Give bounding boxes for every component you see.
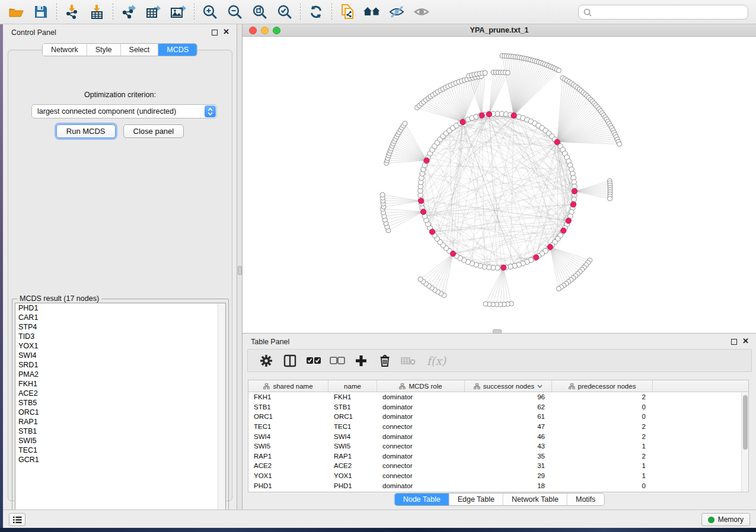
network-node[interactable] — [380, 193, 385, 197]
mcds-result-item[interactable]: PMA2 — [15, 370, 225, 379]
network-edge[interactable] — [550, 247, 571, 280]
horizontal-splitter-handle[interactable] — [493, 329, 502, 334]
column-header-predecessor-nodes[interactable]: predecessor nodes — [552, 380, 653, 392]
network-edge[interactable] — [477, 74, 481, 116]
table-row[interactable]: ACE2ACE2connector311 — [248, 461, 748, 471]
column-header-MCDS-role[interactable]: MCDS role — [377, 380, 465, 392]
export-table-button[interactable] — [141, 2, 166, 22]
table-row[interactable]: SWI5SWI5connector431 — [248, 441, 748, 451]
network-edge[interactable] — [557, 86, 576, 142]
network-edge[interactable] — [503, 268, 504, 305]
network-edge[interactable] — [513, 69, 557, 116]
mcds-result-item[interactable]: STB5 — [15, 398, 225, 408]
zoom-selected-button[interactable] — [272, 2, 297, 22]
tab-edge-table[interactable]: Edge Table — [449, 493, 503, 505]
deselect-all-button[interactable] — [330, 353, 345, 368]
network-node[interactable] — [483, 70, 487, 75]
mcds-node[interactable] — [570, 202, 576, 207]
panel-list-button[interactable] — [9, 513, 25, 526]
close-panel-icon[interactable]: ✕ — [742, 336, 749, 345]
network-window-titlebar[interactable]: YPA_prune.txt_1 — [243, 24, 756, 37]
search-input[interactable] — [592, 8, 748, 17]
float-panel-icon[interactable] — [212, 30, 218, 36]
network-edge[interactable] — [497, 268, 504, 305]
table-settings-button[interactable] — [259, 353, 274, 368]
tab-style[interactable]: Style — [87, 44, 121, 56]
mcds-node[interactable] — [534, 255, 539, 260]
mcds-result-list[interactable]: PHD1CAR1STP4TID3YOX1SWI4SRD1PMA2FKH1ACE2… — [15, 303, 226, 516]
float-panel-icon[interactable] — [731, 339, 737, 345]
import-network-button[interactable] — [60, 2, 85, 22]
network-edge[interactable] — [468, 126, 538, 262]
column-header-name[interactable]: name — [328, 380, 377, 392]
network-edge[interactable] — [489, 72, 505, 114]
network-edge[interactable] — [489, 268, 503, 305]
network-edge[interactable] — [425, 191, 575, 216]
export-image-button[interactable] — [166, 2, 191, 22]
network-edge[interactable] — [503, 268, 508, 305]
mcds-node[interactable] — [460, 119, 465, 124]
run-mcds-button[interactable]: Run MCDS — [56, 124, 116, 138]
network-edge[interactable] — [489, 73, 508, 114]
network-edge[interactable] — [550, 247, 578, 274]
network-edge[interactable] — [384, 201, 421, 207]
network-edge[interactable] — [382, 198, 421, 201]
mcds-node[interactable] — [450, 251, 455, 257]
mcds-result-item[interactable]: RAP1 — [15, 417, 225, 427]
table-scrollbar-thumb[interactable] — [743, 395, 748, 450]
select-all-button[interactable] — [306, 353, 321, 368]
network-edge[interactable] — [513, 61, 534, 116]
network-edge[interactable] — [506, 56, 513, 116]
network-edge[interactable] — [502, 56, 514, 116]
delete-column-button[interactable] — [377, 353, 393, 368]
mcds-node[interactable] — [419, 198, 424, 204]
first-neighbors-button[interactable] — [360, 2, 385, 22]
mcds-result-item[interactable]: TID3 — [15, 332, 225, 341]
delete-table-button[interactable] — [401, 353, 416, 368]
mcds-node[interactable] — [424, 158, 429, 163]
mcds-result-item[interactable]: STB1 — [15, 427, 225, 436]
table-row[interactable]: FKH1FKH1dominator962 — [248, 392, 748, 402]
close-panel-icon[interactable]: ✕ — [223, 27, 229, 36]
mcds-list-scrollbar[interactable] — [218, 303, 225, 515]
import-table-button[interactable] — [85, 2, 110, 22]
network-edge[interactable] — [503, 268, 511, 304]
network-graph[interactable] — [243, 37, 756, 333]
function-builder-button[interactable]: f(x) — [425, 353, 448, 368]
mcds-result-item[interactable]: CAR1 — [15, 313, 225, 322]
network-edge[interactable] — [387, 211, 423, 227]
network-edge[interactable] — [382, 195, 421, 201]
network-edge[interactable] — [382, 209, 423, 212]
table-row[interactable]: ORC1ORC1dominator610 — [248, 412, 748, 422]
mcds-result-item[interactable]: SWI4 — [15, 351, 225, 360]
search-field[interactable] — [578, 5, 748, 20]
tab-mcds[interactable]: MCDS — [158, 44, 197, 56]
zoom-out-button[interactable] — [222, 2, 247, 22]
mcds-result-item[interactable]: ACE2 — [15, 389, 225, 398]
mcds-result-item[interactable]: YOX1 — [15, 341, 225, 351]
network-edge[interactable] — [550, 247, 562, 287]
show-graphics-details-button[interactable] — [410, 2, 435, 22]
network-edge[interactable] — [426, 254, 453, 284]
network-edge[interactable] — [489, 72, 498, 114]
network-edge[interactable] — [482, 116, 485, 267]
network-edge[interactable] — [385, 211, 423, 220]
table-row[interactable]: STB1STB1dominator620 — [248, 402, 748, 412]
network-edge[interactable] — [426, 114, 489, 220]
network-edge[interactable] — [428, 98, 462, 122]
mcds-node[interactable] — [547, 244, 553, 249]
network-edge[interactable] — [471, 75, 481, 116]
network-node[interactable] — [483, 302, 488, 306]
close-panel-button[interactable]: Close panel — [123, 124, 184, 138]
network-edge[interactable] — [513, 62, 536, 116]
mcds-result-item[interactable]: STP4 — [15, 322, 225, 332]
network-edge[interactable] — [513, 65, 547, 116]
mcds-node[interactable] — [511, 113, 516, 118]
network-node[interactable] — [403, 121, 407, 126]
mcds-node[interactable] — [486, 111, 492, 117]
table-row[interactable]: YOX1YOX1connector291 — [248, 471, 748, 481]
mcds-result-item[interactable]: FKH1 — [15, 379, 225, 389]
network-edge[interactable] — [441, 254, 453, 293]
mcds-result-item[interactable]: SRD1 — [15, 360, 225, 370]
network-node[interactable] — [418, 277, 423, 281]
